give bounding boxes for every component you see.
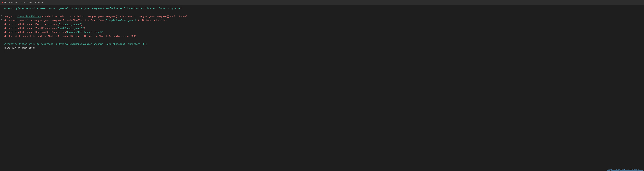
comparison-failure-link[interactable]: ComparisonFailure <box>18 15 41 18</box>
stack-4-prefix: at decc.testkit.runner.HarmonyJUnitRunne… <box>4 31 67 34</box>
stack-1-prefix: at com.unitymarvel.harmonyos.games.sosga… <box>4 19 106 22</box>
stack-2-prefix: at decc.testkit.runner.Executor.execute( <box>4 23 59 26</box>
status-suffix: of 1 test — 30 ms <box>22 2 43 4</box>
console-line-stack-1: ▶ at com.unitymarvel.harmonyos.games.sos… <box>0 19 644 22</box>
status-prefix: Tests failed: <box>4 2 20 4</box>
bottom-bar[interactable]: https://blog.csdn.net/rickstjv... <box>606 168 644 171</box>
line-content-completion: Tests ran to completion. <box>3 46 644 50</box>
console-line-empty-1 <box>0 11 644 15</box>
line-content-stack-4: at decc.testkit.runner.HarmonyJUnitRunne… <box>3 31 644 34</box>
stack-4-link[interactable]: HarmonyJUnitRunner.java:90 <box>67 31 103 34</box>
line-content-empty-2 <box>3 38 644 42</box>
console-line-stack-2: at decc.testkit.runner.Executor.execute(… <box>0 22 644 26</box>
stack-3-prefix: at decc.testkit.runner.ZUnitRunner.run( <box>4 27 58 30</box>
toolbar-status: ● Tests failed: 1 of 1 test — 30 ms <box>2 1 43 4</box>
console-line-teamcity-finish: ##teamcity[finishTestSuite name='com.uni… <box>0 42 644 46</box>
comparison-failure-prefix: org.junit. <box>4 15 18 18</box>
console-area: ##teamcity[startTestSuite name='com.unit… <box>0 5 644 171</box>
fold-icon-4[interactable]: ▶ <box>0 19 2 21</box>
console-line-teamcity-start: ##teamcity[startTestSuite name='com.unit… <box>0 7 644 11</box>
line-gutter-3: ▶ <box>0 15 3 17</box>
console-line-stack-4: at decc.testkit.runner.HarmonyJUnitRunne… <box>0 30 644 34</box>
line-content-stack-2: at decc.testkit.runner.Executor.execute(… <box>3 23 644 26</box>
line-content-stack-3: at decc.testkit.runner.ZUnitRunner.run(Z… <box>3 27 644 30</box>
line-content-stack-5: at ohos.abilityshell.delegation.AbilityD… <box>3 35 644 38</box>
bottom-bar-url: https://blog.csdn.net/rickstjv... <box>607 169 643 171</box>
console-line-stack-3: at decc.testkit.runner.ZUnitRunner.run(Z… <box>0 26 644 30</box>
stack-2-suffix: ) <box>81 23 82 26</box>
stack-3-suffix: ) <box>84 27 85 30</box>
status-text: Tests failed: 1 of 1 test — 30 ms <box>4 2 43 4</box>
stack-5-text: at ohos.abilityshell.delegation.AbilityD… <box>4 35 136 38</box>
stack-2-link[interactable]: Executor.java:42 <box>59 23 81 26</box>
stack-1-link[interactable]: ExampleOhosTest.java:11 <box>106 19 138 22</box>
fold-icon-3[interactable]: ▶ <box>0 15 2 17</box>
console-line-empty-2 <box>0 38 644 42</box>
line-content-stack-1: at com.unitymarvel.harmonyos.games.sosga… <box>3 19 644 22</box>
stack-1-suffix: ) <28 internal calls> <box>138 19 166 22</box>
toolbar: ● Tests failed: 1 of 1 test — 30 ms <box>0 0 644 5</box>
console-line-stack-5: at ohos.abilityshell.delegation.AbilityD… <box>0 34 644 38</box>
stack-3-link[interactable]: ZUnitRunner.java:62 <box>58 27 84 30</box>
error-icon: ● <box>2 1 3 4</box>
stack-4-suffix: ) <box>103 31 104 34</box>
console-line-cursor <box>0 50 644 54</box>
teamcity-start-text: ##teamcity[startTestSuite name='com.unit… <box>4 7 182 10</box>
line-content-empty-1 <box>3 11 644 14</box>
teamcity-finish-text: ##teamcity[finishTestSuite name='com.uni… <box>4 43 147 46</box>
line-content-comparison-failure: org.junit.ComparisonFailure Create break… <box>3 15 644 18</box>
line-gutter-4: ▶ <box>0 19 3 21</box>
cursor-caret <box>4 50 4 53</box>
completion-text: Tests ran to completion. <box>4 47 37 49</box>
line-content-cursor <box>3 50 644 53</box>
console-line-completion: Tests ran to completion. <box>0 46 644 50</box>
console-line-comparison-failure: ▶ org.junit.ComparisonFailure Create bre… <box>0 15 644 19</box>
line-content-teamcity-start: ##teamcity[startTestSuite name='com.unit… <box>3 7 644 10</box>
line-content-teamcity-finish: ##teamcity[finishTestSuite name='com.uni… <box>3 42 644 46</box>
comparison-failure-suffix: Create breakpoint : expected:<...monyos.… <box>41 15 188 18</box>
